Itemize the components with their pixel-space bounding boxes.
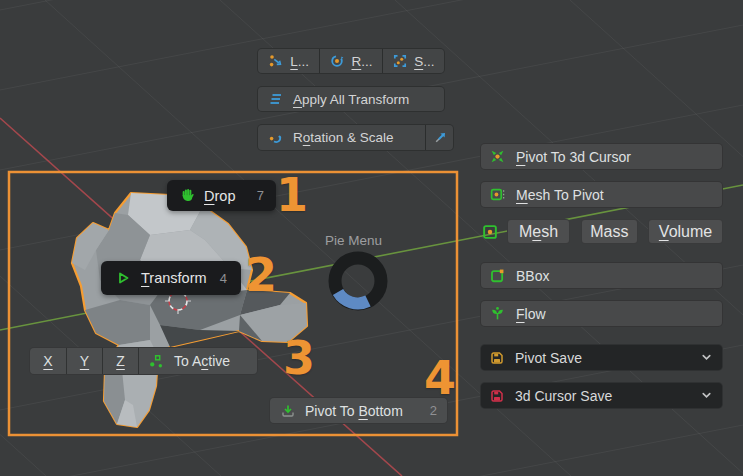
location-icon: [268, 53, 284, 69]
button-hotkey: A: [293, 92, 302, 107]
button-label: ...: [423, 54, 434, 69]
download-icon: [280, 403, 296, 419]
drop-button[interactable]: Drop 7: [167, 180, 276, 211]
button-hotkey: D: [204, 188, 214, 204]
button-label: esh To Pivot: [528, 187, 604, 203]
button-hotkey: R: [351, 54, 361, 69]
chevron-down-icon: [699, 388, 714, 403]
button-hotkey: B: [358, 403, 367, 419]
button-label: ottom: [368, 403, 403, 419]
mesh-to-pivot-icon: [489, 186, 506, 203]
transform-count-badge: 4: [220, 271, 227, 286]
axis-x-button[interactable]: X: [30, 348, 66, 374]
button-hotkey: F: [516, 306, 525, 322]
button-hotkey: V: [659, 223, 669, 240]
button-label: R: [293, 130, 303, 145]
button-hotkey: Z: [116, 353, 125, 369]
pivot-save-dropdown[interactable]: Pivot Save: [480, 344, 723, 371]
pivot-bottom-count-badge: 2: [430, 403, 437, 418]
top-panel-lrs-row: L... R... S...: [257, 48, 445, 74]
button-hotkey: e: [532, 223, 541, 240]
button-hotkey: P: [516, 149, 525, 165]
pivot-calc-row: Mesh Mass Volume: [480, 220, 723, 243]
mesh-mode-button[interactable]: Mesh: [507, 219, 569, 244]
apply-all-transform-button[interactable]: Apply All Transform: [257, 86, 445, 112]
button-label: Mass: [590, 223, 628, 240]
flow-button[interactable]: Flow: [480, 300, 723, 327]
button-label: pply All Transform: [302, 92, 409, 107]
button-label: BBox: [516, 268, 549, 284]
button-label: Pivot To: [305, 403, 358, 419]
apply-transform-icon: [268, 91, 284, 107]
mass-mode-button[interactable]: Mass: [581, 219, 638, 244]
button-label: low: [525, 306, 546, 322]
button-label: rop: [214, 188, 235, 204]
rotation-scale-icon: [268, 130, 284, 146]
scale-icon: [392, 53, 408, 69]
rotation-icon: [329, 53, 345, 69]
button-label: To A: [174, 353, 201, 369]
pivot-to-3d-cursor-button[interactable]: Pivot To 3d Cursor: [480, 143, 723, 170]
annotation-number-1: 1: [276, 172, 308, 218]
axis-y-button[interactable]: Y: [67, 348, 102, 374]
apply-location-button[interactable]: L...: [258, 49, 319, 73]
chevron-down-icon: [699, 350, 714, 365]
annotation-number-4: 4: [424, 355, 456, 401]
apply-scale-button[interactable]: S...: [383, 49, 444, 73]
pie-menu-label: Pie Menu: [325, 233, 382, 248]
bbox-button[interactable]: BBox: [480, 262, 723, 289]
save-icon-red: [489, 388, 505, 404]
axis-z-button[interactable]: Z: [103, 348, 138, 374]
button-hotkey: S: [414, 54, 423, 69]
bbox-icon: [489, 267, 506, 284]
button-hotkey: Y: [80, 353, 89, 369]
dropdown-label: 3d Cursor Save: [515, 388, 612, 404]
axis-to-active-row: X Y Z To Active: [29, 347, 258, 375]
cursor-save-dropdown[interactable]: 3d Cursor Save: [480, 382, 723, 409]
button-label: tive: [208, 353, 230, 369]
hand-icon: [179, 187, 196, 204]
button-label: ...: [361, 54, 372, 69]
button-label: sh: [541, 223, 558, 240]
ne-arrow-icon: [432, 130, 448, 146]
dropdown-label: Pivot Save: [515, 350, 582, 366]
button-hotkey: M: [516, 187, 528, 203]
button-label: tation & Scale: [310, 130, 393, 145]
pivot-to-bottom-button[interactable]: Pivot To Bottom 2: [269, 397, 448, 424]
button-label: ivot To 3d Cursor: [525, 149, 631, 165]
apply-rotation-button[interactable]: R...: [320, 49, 381, 73]
to-active-button[interactable]: To Active: [139, 348, 257, 374]
to-active-icon: [148, 353, 165, 370]
rotation-scale-row: Rotation & Scale: [257, 124, 454, 151]
button-label: olume: [669, 223, 713, 240]
button-label: ...: [298, 54, 309, 69]
flow-icon: [489, 305, 506, 322]
button-label: M: [519, 223, 532, 240]
play-icon: [115, 270, 131, 286]
button-hotkey: L: [290, 54, 298, 69]
volume-mode-button[interactable]: Volume: [648, 219, 723, 244]
pivot-point-toggle[interactable]: [480, 223, 499, 241]
transform-button[interactable]: Transform 4: [101, 261, 241, 295]
button-label: ransform: [149, 270, 206, 286]
annotation-number-2: 2: [245, 252, 277, 298]
drop-count-badge: 7: [257, 188, 264, 203]
pivot-cursor-icon: [489, 148, 506, 165]
save-icon-amber: [489, 350, 505, 366]
button-hotkey: X: [43, 353, 52, 369]
pivot-point-icon: [481, 223, 499, 241]
rotation-scale-button[interactable]: Rotation & Scale: [258, 125, 425, 150]
mesh-to-pivot-button[interactable]: Mesh To Pivot: [480, 181, 723, 208]
interactive-transform-button[interactable]: [426, 125, 453, 150]
annotation-number-3: 3: [283, 335, 315, 381]
